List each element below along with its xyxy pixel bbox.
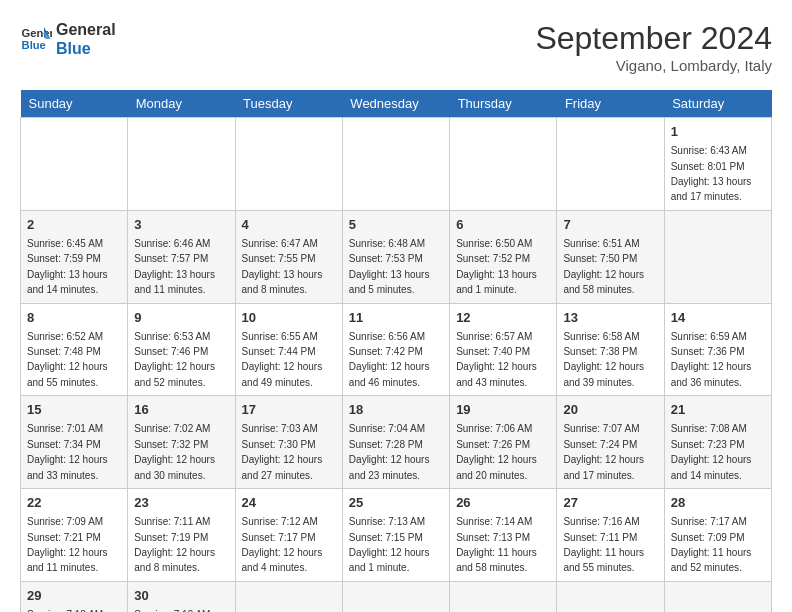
day-info: Sunrise: 7:17 AMSunset: 7:09 PMDaylight:… [671, 516, 752, 573]
day-info: Sunrise: 7:02 AMSunset: 7:32 PMDaylight:… [134, 423, 215, 480]
day-info: Sunrise: 7:01 AMSunset: 7:34 PMDaylight:… [27, 423, 108, 480]
empty-cell [664, 581, 771, 612]
calendar-cell-30: 30Sunrise: 7:19 AMSunset: 7:05 PMDayligh… [128, 581, 235, 612]
day-info: Sunrise: 6:51 AMSunset: 7:50 PMDaylight:… [563, 238, 644, 295]
calendar-cell-7: 7Sunrise: 6:51 AMSunset: 7:50 PMDaylight… [557, 210, 664, 303]
day-number: 7 [563, 216, 657, 234]
day-number: 25 [349, 494, 443, 512]
calendar-cell-24: 24Sunrise: 7:12 AMSunset: 7:17 PMDayligh… [235, 489, 342, 582]
day-info: Sunrise: 6:53 AMSunset: 7:46 PMDaylight:… [134, 331, 215, 388]
day-info: Sunrise: 6:47 AMSunset: 7:55 PMDaylight:… [242, 238, 323, 295]
day-number: 27 [563, 494, 657, 512]
day-info: Sunrise: 7:06 AMSunset: 7:26 PMDaylight:… [456, 423, 537, 480]
day-number: 1 [671, 123, 765, 141]
calendar-cell-13: 13Sunrise: 6:58 AMSunset: 7:38 PMDayligh… [557, 303, 664, 396]
day-number: 26 [456, 494, 550, 512]
empty-cell [557, 581, 664, 612]
empty-cell [342, 581, 449, 612]
day-number: 12 [456, 309, 550, 327]
header-friday: Friday [557, 90, 664, 118]
calendar-cell-25: 25Sunrise: 7:13 AMSunset: 7:15 PMDayligh… [342, 489, 449, 582]
header-monday: Monday [128, 90, 235, 118]
day-number: 8 [27, 309, 121, 327]
day-number: 6 [456, 216, 550, 234]
empty-cell [235, 118, 342, 211]
calendar-cell-29: 29Sunrise: 7:18 AMSunset: 7:07 PMDayligh… [21, 581, 128, 612]
calendar-week-2: 8Sunrise: 6:52 AMSunset: 7:48 PMDaylight… [21, 303, 772, 396]
calendar-cell-20: 20Sunrise: 7:07 AMSunset: 7:24 PMDayligh… [557, 396, 664, 489]
day-number: 14 [671, 309, 765, 327]
month-title: September 2024 [535, 20, 772, 57]
day-number: 21 [671, 401, 765, 419]
day-number: 4 [242, 216, 336, 234]
day-info: Sunrise: 7:07 AMSunset: 7:24 PMDaylight:… [563, 423, 644, 480]
day-info: Sunrise: 6:48 AMSunset: 7:53 PMDaylight:… [349, 238, 430, 295]
header-tuesday: Tuesday [235, 90, 342, 118]
calendar-cell-1: 1Sunrise: 6:43 AMSunset: 8:01 PMDaylight… [664, 118, 771, 211]
day-info: Sunrise: 6:55 AMSunset: 7:44 PMDaylight:… [242, 331, 323, 388]
calendar-cell-15: 15Sunrise: 7:01 AMSunset: 7:34 PMDayligh… [21, 396, 128, 489]
day-info: Sunrise: 6:52 AMSunset: 7:48 PMDaylight:… [27, 331, 108, 388]
day-info: Sunrise: 7:11 AMSunset: 7:19 PMDaylight:… [134, 516, 215, 573]
day-number: 17 [242, 401, 336, 419]
day-number: 16 [134, 401, 228, 419]
calendar-table: SundayMondayTuesdayWednesdayThursdayFrid… [20, 90, 772, 612]
day-number: 24 [242, 494, 336, 512]
day-info: Sunrise: 6:58 AMSunset: 7:38 PMDaylight:… [563, 331, 644, 388]
empty-cell [235, 581, 342, 612]
logo-line2: Blue [56, 39, 116, 58]
logo: General Blue General Blue [20, 20, 116, 58]
header: General Blue General Blue September 2024… [20, 20, 772, 74]
calendar-cell-28: 28Sunrise: 7:17 AMSunset: 7:09 PMDayligh… [664, 489, 771, 582]
calendar-cell-19: 19Sunrise: 7:06 AMSunset: 7:26 PMDayligh… [450, 396, 557, 489]
calendar-cell-23: 23Sunrise: 7:11 AMSunset: 7:19 PMDayligh… [128, 489, 235, 582]
day-number: 30 [134, 587, 228, 605]
calendar-week-4: 22Sunrise: 7:09 AMSunset: 7:21 PMDayligh… [21, 489, 772, 582]
calendar-cell-16: 16Sunrise: 7:02 AMSunset: 7:32 PMDayligh… [128, 396, 235, 489]
day-number: 10 [242, 309, 336, 327]
day-info: Sunrise: 6:45 AMSunset: 7:59 PMDaylight:… [27, 238, 108, 295]
day-info: Sunrise: 7:13 AMSunset: 7:15 PMDaylight:… [349, 516, 430, 573]
calendar-cell-11: 11Sunrise: 6:56 AMSunset: 7:42 PMDayligh… [342, 303, 449, 396]
day-info: Sunrise: 6:50 AMSunset: 7:52 PMDaylight:… [456, 238, 537, 295]
calendar-cell-21: 21Sunrise: 7:08 AMSunset: 7:23 PMDayligh… [664, 396, 771, 489]
calendar-header-row: SundayMondayTuesdayWednesdayThursdayFrid… [21, 90, 772, 118]
empty-cell [557, 118, 664, 211]
day-info: Sunrise: 6:56 AMSunset: 7:42 PMDaylight:… [349, 331, 430, 388]
calendar-cell-5: 5Sunrise: 6:48 AMSunset: 7:53 PMDaylight… [342, 210, 449, 303]
calendar-cell-14: 14Sunrise: 6:59 AMSunset: 7:36 PMDayligh… [664, 303, 771, 396]
empty-cell [21, 118, 128, 211]
header-thursday: Thursday [450, 90, 557, 118]
day-info: Sunrise: 6:43 AMSunset: 8:01 PMDaylight:… [671, 145, 752, 202]
calendar-week-3: 15Sunrise: 7:01 AMSunset: 7:34 PMDayligh… [21, 396, 772, 489]
calendar-cell-3: 3Sunrise: 6:46 AMSunset: 7:57 PMDaylight… [128, 210, 235, 303]
empty-cell [664, 210, 771, 303]
calendar-cell-12: 12Sunrise: 6:57 AMSunset: 7:40 PMDayligh… [450, 303, 557, 396]
header-wednesday: Wednesday [342, 90, 449, 118]
day-number: 2 [27, 216, 121, 234]
day-number: 13 [563, 309, 657, 327]
header-sunday: Sunday [21, 90, 128, 118]
location: Vigano, Lombardy, Italy [535, 57, 772, 74]
header-saturday: Saturday [664, 90, 771, 118]
calendar-cell-26: 26Sunrise: 7:14 AMSunset: 7:13 PMDayligh… [450, 489, 557, 582]
calendar-week-0: 1Sunrise: 6:43 AMSunset: 8:01 PMDaylight… [21, 118, 772, 211]
calendar-cell-9: 9Sunrise: 6:53 AMSunset: 7:46 PMDaylight… [128, 303, 235, 396]
calendar-cell-10: 10Sunrise: 6:55 AMSunset: 7:44 PMDayligh… [235, 303, 342, 396]
calendar-week-5: 29Sunrise: 7:18 AMSunset: 7:07 PMDayligh… [21, 581, 772, 612]
empty-cell [450, 118, 557, 211]
calendar-cell-22: 22Sunrise: 7:09 AMSunset: 7:21 PMDayligh… [21, 489, 128, 582]
day-info: Sunrise: 7:16 AMSunset: 7:11 PMDaylight:… [563, 516, 644, 573]
day-info: Sunrise: 6:57 AMSunset: 7:40 PMDaylight:… [456, 331, 537, 388]
day-number: 23 [134, 494, 228, 512]
calendar-cell-6: 6Sunrise: 6:50 AMSunset: 7:52 PMDaylight… [450, 210, 557, 303]
calendar-cell-18: 18Sunrise: 7:04 AMSunset: 7:28 PMDayligh… [342, 396, 449, 489]
day-number: 11 [349, 309, 443, 327]
day-info: Sunrise: 7:04 AMSunset: 7:28 PMDaylight:… [349, 423, 430, 480]
empty-cell [128, 118, 235, 211]
day-number: 20 [563, 401, 657, 419]
day-number: 29 [27, 587, 121, 605]
day-number: 9 [134, 309, 228, 327]
empty-cell [342, 118, 449, 211]
day-info: Sunrise: 7:09 AMSunset: 7:21 PMDaylight:… [27, 516, 108, 573]
